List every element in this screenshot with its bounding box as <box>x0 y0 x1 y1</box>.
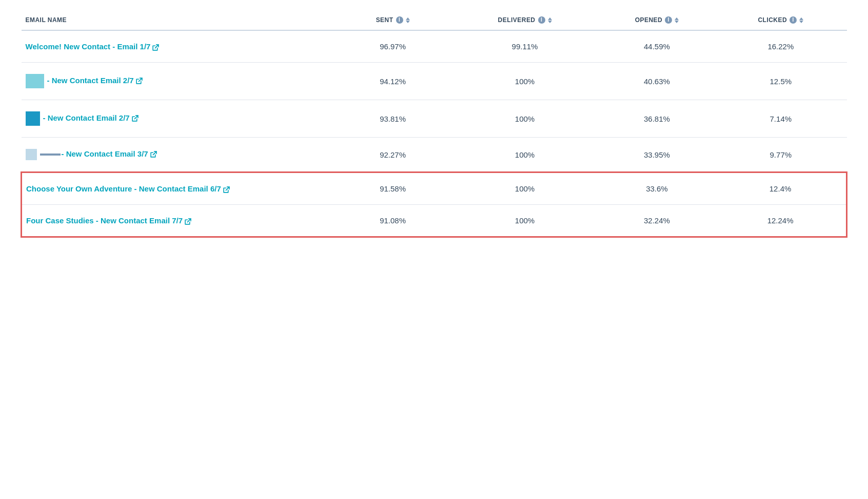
email-name-cell: - New Contact Email 2/7 <box>22 63 335 100</box>
sent-value: 91.58% <box>335 172 459 205</box>
sent-sort-down-icon[interactable] <box>406 21 410 23</box>
opened-sort-icons[interactable] <box>675 17 679 23</box>
delivered-value: 100% <box>459 172 599 205</box>
email-thumbnail-line <box>40 153 61 156</box>
external-link-icon[interactable] <box>136 78 143 84</box>
delivered-value: 100% <box>459 138 599 172</box>
sent-value: 92.27% <box>335 138 459 172</box>
col-header-delivered: DELIVERED i <box>459 10 599 30</box>
clicked-value: 12.5% <box>723 63 846 100</box>
sent-value: 94.12% <box>335 63 459 100</box>
clicked-value: 16.22% <box>723 30 846 63</box>
email-performance-table-container: EMAIL NAME SENT i DELIVERED <box>0 0 868 499</box>
table-row: Four Case Studies - New Contact Email 7/… <box>22 205 847 237</box>
email-thumbnail <box>26 111 40 126</box>
col-header-opened: OPENED i <box>599 10 723 30</box>
opened-info-icon[interactable]: i <box>665 16 672 24</box>
clicked-sort-up-icon[interactable] <box>799 17 803 20</box>
email-name-link[interactable]: Choose Your Own Adventure - New Contact … <box>26 184 230 193</box>
email-name-cell: Choose Your Own Adventure - New Contact … <box>22 172 335 205</box>
delivered-value: 100% <box>459 63 599 100</box>
delivered-sort-icons[interactable] <box>548 17 552 23</box>
col-label-opened: OPENED <box>635 16 663 24</box>
email-name-cell: - New Contact Email 3/7 <box>22 138 335 172</box>
opened-value: 32.24% <box>599 205 723 237</box>
clicked-value: 9.77% <box>723 138 846 172</box>
external-link-icon[interactable] <box>150 151 157 158</box>
table-row: - New Contact Email 3/7 92.27%100%33.95%… <box>22 138 847 172</box>
email-performance-table: EMAIL NAME SENT i DELIVERED <box>21 10 847 238</box>
table-row: Welcome! New Contact - Email 1/7 96.97%9… <box>22 30 847 63</box>
sent-sort-icons[interactable] <box>406 17 410 23</box>
external-link-icon[interactable] <box>223 186 230 193</box>
opened-value: 33.95% <box>599 138 723 172</box>
email-name-cell: - New Contact Email 2/7 <box>22 100 335 138</box>
clicked-sort-down-icon[interactable] <box>799 21 803 23</box>
clicked-sort-icons[interactable] <box>799 17 803 23</box>
email-name-link[interactable]: - New Contact Email 3/7 <box>62 149 157 158</box>
opened-value: 33.6% <box>599 172 723 205</box>
col-header-clicked: CLICKED i <box>723 10 846 30</box>
delivered-value: 100% <box>459 205 599 237</box>
col-label-sent: SENT <box>376 16 393 24</box>
opened-value: 44.59% <box>599 30 723 63</box>
external-link-icon[interactable] <box>185 218 191 225</box>
clicked-value: 7.14% <box>723 100 846 138</box>
external-link-icon[interactable] <box>152 44 159 51</box>
email-name-link[interactable]: - New Contact Email 2/7 <box>43 113 139 122</box>
email-thumbnail <box>26 149 37 160</box>
clicked-info-icon[interactable]: i <box>790 16 797 24</box>
delivered-sort-up-icon[interactable] <box>548 17 552 20</box>
email-name-link[interactable]: Welcome! New Contact - Email 1/7 <box>26 42 160 51</box>
email-name-link[interactable]: Four Case Studies - New Contact Email 7/… <box>26 216 191 225</box>
clicked-value: 12.24% <box>723 205 846 237</box>
delivered-info-icon[interactable]: i <box>538 16 545 24</box>
sent-sort-up-icon[interactable] <box>406 17 410 20</box>
col-label-email-name: EMAIL NAME <box>26 16 67 24</box>
delivered-sort-down-icon[interactable] <box>548 21 552 23</box>
col-header-email-name: EMAIL NAME <box>22 10 335 30</box>
email-name-link[interactable]: - New Contact Email 2/7 <box>47 76 143 85</box>
col-label-clicked: CLICKED <box>758 16 787 24</box>
email-name-cell: Four Case Studies - New Contact Email 7/… <box>22 205 335 237</box>
delivered-value: 99.11% <box>459 30 599 63</box>
sent-value: 91.08% <box>335 205 459 237</box>
opened-sort-down-icon[interactable] <box>675 21 679 23</box>
opened-sort-up-icon[interactable] <box>675 17 679 20</box>
col-header-sent: SENT i <box>335 10 459 30</box>
table-header-row: EMAIL NAME SENT i DELIVERED <box>22 10 847 30</box>
email-thumbnail <box>26 74 44 88</box>
col-label-delivered: DELIVERED <box>498 16 536 24</box>
sent-value: 96.97% <box>335 30 459 63</box>
email-name-cell: Welcome! New Contact - Email 1/7 <box>22 30 335 63</box>
table-row: - New Contact Email 2/7 94.12%100%40.63%… <box>22 63 847 100</box>
delivered-value: 100% <box>459 100 599 138</box>
opened-value: 36.81% <box>599 100 723 138</box>
sent-value: 93.81% <box>335 100 459 138</box>
table-row: - New Contact Email 2/7 93.81%100%36.81%… <box>22 100 847 138</box>
sent-info-icon[interactable]: i <box>396 16 403 24</box>
opened-value: 40.63% <box>599 63 723 100</box>
table-row: Choose Your Own Adventure - New Contact … <box>22 172 847 205</box>
external-link-icon[interactable] <box>132 115 139 122</box>
clicked-value: 12.4% <box>723 172 846 205</box>
